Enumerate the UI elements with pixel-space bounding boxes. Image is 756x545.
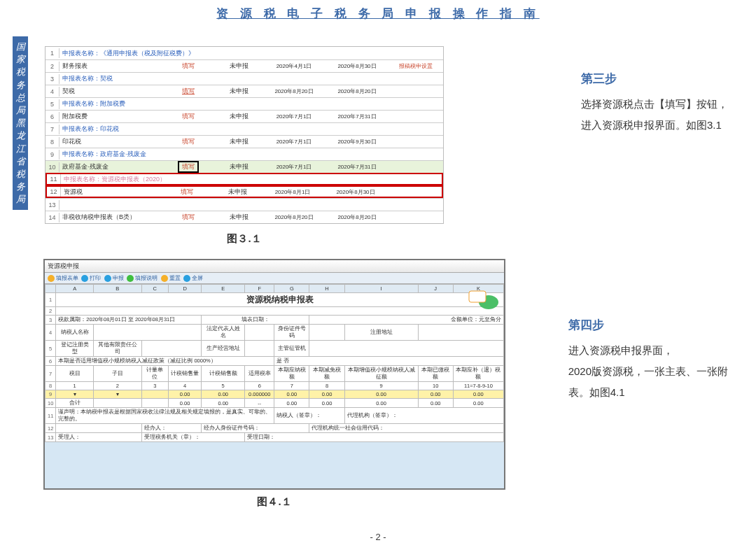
window-titlebar: 资源税申报 [45,260,504,273]
step-3-block: 第三步 选择资源税点击【填写】按钮， 进入资源税申报界面。如图3.1 [581,67,728,136]
toolbar-print[interactable]: 打印 [90,275,101,281]
fill-button[interactable]: 填写 [162,161,215,173]
declaration-text: 谨声明：本纳税申报表是根据国家税收法律法规及相关规定填报的，是真实、可靠的、完整… [56,408,274,424]
figure-4-1-caption: 图４.１ [43,495,505,509]
step-4-block: 第四步 进入资源税申报界面， 2020版资源税，一张主表、一张附 表。如图4.1 [568,313,728,403]
page-title: 资 源 税 电 子 税 务 局 申 报 操 作 指 南 [0,0,756,22]
form-row: 13 [46,198,443,211]
step-4-title: 第四步 [568,313,728,337]
form-row: 7申报表名称：印花税 [46,122,443,135]
toolbar-draft[interactable]: 填报说明 [135,275,158,281]
form-row: 14非税收纳税申报表（B类）填写未申报2020年8月20日2020年8月20日 [46,211,443,223]
form-row: 3申报表名称：契税 [46,72,443,85]
form-row: 10政府基金·残废金填写未申报2020年7月1日2020年7月31日 [46,160,443,173]
figure-3-1-table: 1申报表名称：《通用申报表（税及附征税费）》2财务报表填写未申报2020年4月1… [45,46,444,224]
step-4-line2: 2020版资源税，一张主表、一张附 [568,361,728,382]
toolbar-reset[interactable]: 重置 [169,275,181,281]
print-icon[interactable] [81,275,88,282]
fill-button[interactable]: 填写 [162,87,215,96]
fill-button[interactable]: 填写 [162,213,215,222]
step-4-line3: 表。如图4.1 [568,382,728,403]
svg-rect-1 [469,291,486,302]
fill-button[interactable]: 填写 [162,137,215,146]
step-4-line1: 进入资源税申报界面， [568,340,728,361]
page-number: - 2 - [0,532,756,542]
form-row: 9申报表名称：政府基金·残废金 [46,148,443,160]
amount-unit: 金额单位：元至角分 [309,316,504,325]
figure-3-1-caption: 图３.１ [45,232,444,246]
window-toolbar: 填报表单 打印 申报 填报说明 重置 全屏 [45,273,504,284]
toolbar-declare[interactable]: 申报 [113,275,124,281]
form-row: 2财务报表填写未申报2020年4月1日2020年8月30日报稿税申设置 [46,59,443,72]
step-3-line1: 选择资源税点击【填写】按钮， [581,94,728,115]
form-row: 1申报表名称：《通用申报表（税及附征税费）》 [46,47,443,59]
toolbar-back[interactable]: 填报表单 [56,275,78,281]
step-3-line2: 进入资源税申报界面。如图3.1 [581,115,728,136]
step-3-title: 第三步 [581,67,728,91]
form-row: 6附加税费填写未申报2020年7月1日2020年7月31日 [46,110,443,122]
sheet-title: 资源税纳税申报表 [56,293,504,307]
fill-button[interactable]: 填写 [162,112,215,121]
draft-icon[interactable] [127,275,134,282]
form-row: 12资源税填写未申报2020年8月1日2020年8月30日 [46,185,443,198]
tax-period: 税款属期：2020年08月01日 至 2020年08月31日 [56,316,202,325]
toolbar-full[interactable]: 全屏 [192,275,203,281]
form-row: 11申报表名称：资源税申报表（2020） [46,173,443,185]
full-icon[interactable] [183,275,190,282]
fill-date: 填表日期： [202,316,309,325]
reset-icon[interactable] [161,275,168,282]
back-icon[interactable] [48,275,55,282]
declaration-sheet: ABCDEFGHIJK 1资源税纳税申报表 2 3 税款属期：2020年08月0… [45,284,504,442]
form-row: 4契税填写未申报2020年8月20日2020年8月20日 [46,85,443,97]
figure-4-1-window: 资源税申报 填报表单 打印 申报 填报说明 重置 全屏 ABCDEFGHIJK … [43,259,505,490]
fill-button[interactable]: 填写 [160,187,214,197]
org-vertical-strip: 国家税务总局黑龙江省税务局 [13,36,28,210]
form-row: 5申报表名称：附加税费 [46,97,443,110]
help-float-button[interactable] [468,290,500,309]
form-row: 8印花税填写未申报2020年7月1日2020年9月30日 [46,135,443,148]
fill-button[interactable]: 填写 [162,62,215,71]
declare-icon[interactable] [104,275,111,282]
